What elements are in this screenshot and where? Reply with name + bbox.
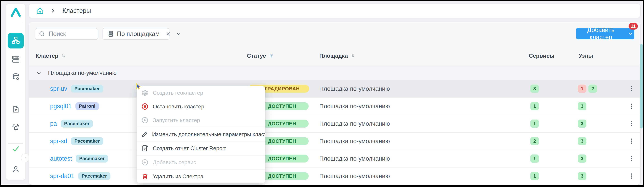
menu-item-label: Создать отчет Cluster Report — [153, 145, 226, 152]
play-icon — [141, 116, 149, 124]
table-row[interactable]: spr-sdPacemakerДОСТУПЕНПлощадка по-умолч… — [29, 133, 640, 150]
sidebar-item-reports[interactable] — [6, 103, 26, 116]
search-placeholder: Поиск — [49, 30, 66, 37]
kebab-menu-icon[interactable] — [627, 168, 636, 185]
menu-item-label: Запустить кластер — [153, 117, 200, 124]
table-row[interactable]: paPacemakerДОСТУПЕНПлощадка по-умолчанию… — [29, 115, 640, 133]
column-header-cluster[interactable]: Кластер — [36, 53, 66, 59]
menu-item-label: Добавить сервис — [153, 159, 196, 166]
kebab-menu-icon[interactable] — [627, 133, 636, 150]
kebab-menu-icon[interactable] — [627, 80, 636, 97]
menu-item[interactable]: Изменить дополнительные параметры класте… — [137, 127, 265, 141]
services-cell: 1 — [530, 102, 539, 110]
sidebar-item-clusters[interactable] — [8, 33, 24, 48]
cluster-link[interactable]: spr-uv — [50, 85, 67, 92]
mouse-cursor — [135, 83, 142, 91]
sidebar-item-alerts[interactable] — [6, 122, 26, 134]
menu-item: Добавить сервис — [137, 156, 265, 169]
cluster-name-cell: spr-sdPacemaker — [50, 133, 103, 150]
menu-item[interactable]: Удалить из Спектра — [137, 170, 265, 183]
nodes-cell: 3 — [578, 172, 586, 180]
site-cell: Площадка по-умолчанию — [319, 150, 390, 167]
kebab-menu-icon[interactable] — [627, 115, 636, 132]
search-input[interactable]: Поиск — [35, 28, 98, 40]
notification-badge: 11 — [628, 23, 638, 30]
kebab-menu-icon[interactable] — [627, 150, 636, 167]
sidebar-item-profile[interactable] — [6, 163, 26, 176]
table-body: spr-uvPacemakerДЕГРАДИРОВАНПлощадка по-у… — [29, 80, 640, 185]
sort-active-icon[interactable] — [269, 53, 274, 58]
site-cell: Площадка по-умолчанию — [319, 115, 390, 132]
table-row[interactable]: autotestPacemakerДОСТУПЕНПлощадка по-умо… — [29, 150, 640, 168]
site-cell: Площадка по-умолчанию — [319, 133, 390, 150]
count-badge-ok: 1 — [530, 120, 539, 128]
table-row[interactable]: spr-uvPacemakerДЕГРАДИРОВАНПлощадка по-у… — [29, 80, 640, 98]
nodes-cell: 3 — [578, 137, 586, 145]
menu-item: Запустить кластер — [137, 113, 265, 127]
column-header-site[interactable]: Площадка — [319, 53, 356, 59]
menu-item[interactable]: Остановить кластер — [137, 100, 265, 113]
add-cluster-label: Добавить кластер — [577, 26, 625, 41]
services-cell: 2 — [530, 137, 539, 145]
cluster-link[interactable]: pgsql01 — [50, 103, 72, 110]
count-badge-ok: 3 — [578, 137, 586, 145]
cluster-link[interactable]: autotest — [50, 155, 72, 162]
cluster-link[interactable]: spr-sd — [50, 138, 67, 145]
sidebar-item-hosts[interactable] — [6, 53, 26, 66]
filter-dropdown[interactable]: По площадкам — [102, 28, 170, 40]
kebab-menu-icon[interactable] — [627, 98, 636, 115]
table-row[interactable]: spr-da01PacemakerДОСТУПЕНПлощадка по-умо… — [29, 168, 640, 185]
cluster-name-cell: pgsql01Patroni — [50, 98, 99, 115]
sidebar-divider — [8, 143, 23, 144]
pencil-icon — [141, 131, 148, 138]
cluster-link[interactable]: spr-da01 — [50, 173, 74, 180]
engine-badge: Pacemaker — [78, 172, 110, 180]
services-cell: 1 — [530, 172, 539, 180]
engine-badge: Pacemaker — [61, 120, 93, 128]
vertical-scrollbar[interactable] — [640, 44, 643, 128]
user-icon — [12, 165, 20, 174]
cluster-name-cell: paPacemaker — [50, 115, 93, 132]
nodes-cell: 3 — [578, 102, 586, 110]
cluster-topology-icon — [11, 36, 20, 45]
sort-icon[interactable] — [61, 53, 66, 58]
sidebar-item-status-check[interactable] — [6, 144, 26, 154]
site-cell: Площадка по-умолчанию — [319, 98, 390, 115]
clusters-panel: Поиск По площадкам Добавить кластер 11 — [29, 22, 640, 185]
collapse-chevron-icon[interactable] — [36, 70, 42, 76]
sidebar-expand-button[interactable] — [21, 154, 30, 162]
group-label: Площадка по-умолчанию — [48, 69, 116, 76]
sidebar-divider — [8, 23, 23, 23]
column-header-status[interactable]: Статус — [247, 53, 274, 59]
services-cell: 1 — [530, 120, 539, 128]
alarm-bell-icon — [12, 124, 20, 133]
chevron-down-icon[interactable] — [176, 31, 182, 37]
sort-icon[interactable] — [351, 53, 356, 58]
expand-chevron-icon — [23, 155, 28, 161]
cluster-name-cell: autotestPacemaker — [50, 150, 108, 167]
chevron-down-icon — [628, 30, 633, 37]
document-icon — [12, 105, 20, 114]
cluster-link[interactable]: pa — [50, 120, 57, 127]
app-root: Кластеры Поиск По площадкам Добавить — [1, 1, 643, 185]
sidebar-item-databases[interactable] — [6, 71, 26, 84]
lambda-logo — [6, 7, 26, 17]
services-cell: 3 — [530, 85, 539, 93]
count-badge-ok: 3 — [578, 172, 586, 180]
menu-item-label: Создать геокластер — [153, 90, 203, 96]
filter-clear-icon[interactable] — [166, 31, 171, 37]
breadcrumb-chevron-icon — [50, 8, 56, 14]
group-row-default-site[interactable]: Площадка по-умолчанию — [29, 66, 640, 80]
column-header-nodes: Узлы — [579, 53, 593, 59]
add-cluster-button[interactable]: Добавить кластер — [576, 28, 634, 39]
table-row[interactable]: pgsql01PatroniДОСТУПЕНПлощадка по-умолча… — [29, 98, 640, 115]
services-cell: 1 — [530, 155, 539, 163]
count-badge-ok: 1 — [530, 155, 539, 163]
menu-item[interactable]: Создать отчет Cluster Report — [137, 142, 265, 155]
count-badge-ok: 1 — [530, 102, 539, 110]
green-check-icon — [12, 144, 20, 154]
menu-item-label: Остановить кластер — [153, 103, 204, 110]
count-badge-ok: 3 — [578, 102, 586, 110]
home-icon[interactable] — [36, 7, 44, 15]
report-icon — [141, 145, 149, 152]
